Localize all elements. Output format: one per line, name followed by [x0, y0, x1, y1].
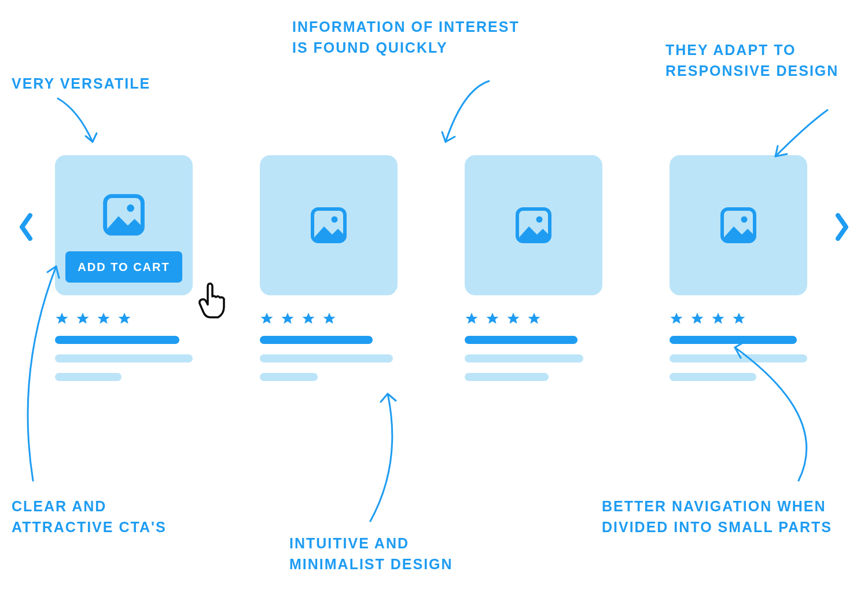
- svg-point-7: [741, 217, 748, 223]
- text-line-placeholder: [465, 373, 549, 381]
- svg-point-3: [332, 217, 338, 223]
- card-image-area: [465, 155, 602, 295]
- text-line-placeholder: [465, 354, 583, 362]
- image-icon: [102, 193, 145, 236]
- title-placeholder: [465, 336, 578, 344]
- chevron-left-icon: [19, 213, 35, 241]
- annotation-arrow: [347, 382, 417, 527]
- annotation-info-found: INFORMATION OF INTEREST IS FOUND QUICKLY: [292, 16, 535, 58]
- product-card[interactable]: [465, 155, 602, 381]
- title-placeholder: [670, 336, 797, 344]
- text-line-placeholder: [670, 354, 807, 362]
- carousel: ADD TO CART: [55, 155, 807, 381]
- star-icon: [281, 312, 295, 325]
- svg-point-1: [127, 204, 134, 212]
- annotation-responsive: THEY ADAPT TO RESPONSIVE DESIGN: [665, 39, 851, 82]
- star-icon: [486, 312, 499, 325]
- annotation-versatile: VERY VERSATILE: [12, 73, 150, 94]
- star-icon: [260, 312, 274, 325]
- annotation-navigation: BETTER NAVIGATION WHEN DIVIDED INTO SMAL…: [602, 496, 851, 538]
- star-icon: [506, 312, 520, 325]
- text-line-placeholder: [55, 373, 122, 381]
- product-card[interactable]: [670, 155, 807, 381]
- star-icon: [322, 312, 336, 325]
- add-to-cart-button[interactable]: ADD TO CART: [65, 251, 182, 283]
- star-icon: [76, 312, 90, 325]
- product-card[interactable]: [260, 155, 398, 381]
- product-card[interactable]: ADD TO CART: [55, 155, 193, 381]
- star-icon: [117, 312, 131, 325]
- pointer-cursor-icon: [196, 281, 230, 322]
- card-image-area: ADD TO CART: [55, 155, 193, 295]
- star-icon: [670, 312, 683, 325]
- text-line-placeholder: [260, 354, 393, 362]
- star-icon: [711, 312, 725, 325]
- text-line-placeholder: [670, 373, 756, 381]
- annotation-arrow: [428, 75, 498, 156]
- card-image-area: [260, 155, 398, 295]
- title-placeholder: [260, 336, 373, 344]
- rating-stars: [55, 312, 193, 325]
- image-icon: [310, 207, 347, 244]
- add-to-cart-label: ADD TO CART: [78, 261, 170, 274]
- svg-point-5: [536, 217, 543, 223]
- star-icon: [97, 312, 111, 325]
- annotation-clear-cta: CLEAR AND ATTRACTIVE CTA'S: [12, 496, 197, 538]
- text-line-placeholder: [55, 354, 193, 362]
- rating-stars: [670, 312, 807, 325]
- star-icon: [690, 312, 704, 325]
- star-icon: [465, 312, 479, 325]
- next-button[interactable]: [833, 213, 849, 243]
- title-placeholder: [55, 336, 179, 344]
- image-icon: [720, 207, 757, 244]
- chevron-right-icon: [833, 213, 849, 241]
- image-icon: [515, 207, 552, 244]
- star-icon: [732, 312, 746, 325]
- annotation-arrow: [52, 93, 116, 156]
- card-image-area: [670, 155, 807, 295]
- text-line-placeholder: [260, 373, 318, 381]
- annotation-intuitive: INTUITIVE AND MINIMALIST DESIGN: [289, 533, 509, 575]
- rating-stars: [465, 312, 602, 325]
- rating-stars: [260, 312, 398, 325]
- star-icon: [55, 312, 69, 325]
- prev-button[interactable]: [19, 213, 35, 243]
- star-icon: [527, 312, 541, 325]
- star-icon: [301, 312, 315, 325]
